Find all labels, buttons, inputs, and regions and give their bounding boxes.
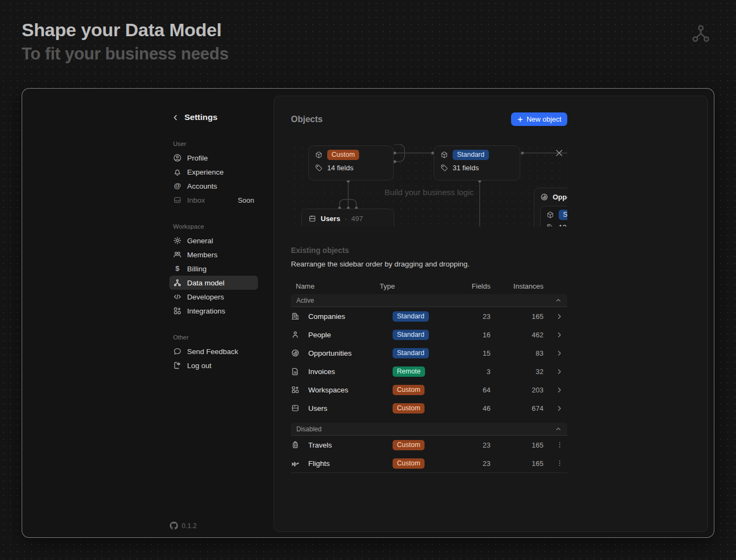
table-row-companies[interactable]: Companies Standard 23 165 — [291, 307, 567, 325]
cube-icon — [440, 151, 448, 159]
fields-count: 31 fields — [453, 164, 479, 172]
canvas-card-custom[interactable]: Custom 14 fields — [308, 145, 394, 181]
settings-back[interactable]: Settings — [169, 112, 258, 122]
sidebar-item-profile[interactable]: Profile — [169, 151, 258, 165]
fields-count: 12 fields — [559, 223, 567, 226]
object-name: Users — [321, 215, 340, 223]
chevron-right-icon[interactable] — [543, 349, 567, 357]
chevron-up-icon[interactable] — [555, 425, 562, 432]
col-instances: Instances — [490, 282, 543, 290]
table-row-opportunities[interactable]: Opportunities Standard 15 83 — [291, 344, 567, 362]
chevron-right-icon[interactable] — [543, 386, 567, 394]
group-header-disabled[interactable]: Disabled — [291, 423, 567, 436]
fields-count: 16 — [466, 331, 490, 339]
tag-icon — [315, 164, 323, 172]
type-badge: Custom — [393, 458, 425, 469]
type-badge: Remote — [393, 366, 425, 377]
app-version[interactable]: 0.1.2 — [170, 522, 197, 530]
object-name: Flights — [308, 459, 393, 468]
sidebar-item-integrations[interactable]: Integrations — [169, 304, 258, 318]
plus-icon — [517, 116, 523, 123]
chevron-right-icon[interactable] — [543, 312, 567, 321]
table-row-invoices[interactable]: Invoices Remote 3 32 — [291, 362, 567, 381]
sidebar-item-data-model[interactable]: Data model — [169, 276, 258, 290]
objects-header: Objects New object — [291, 112, 567, 126]
sidebar-item-members[interactable]: Members — [169, 248, 258, 262]
target-icon — [291, 349, 308, 357]
person-icon — [291, 330, 308, 339]
fields-count: 23 — [466, 459, 490, 468]
code-icon — [173, 292, 182, 301]
col-fields: Fields — [466, 282, 490, 290]
settings-title: Settings — [184, 112, 217, 122]
instances-count: 83 — [490, 349, 543, 357]
new-object-button[interactable]: New object — [511, 112, 567, 126]
table-row-workspaces[interactable]: Workspaces Custom 64 203 — [291, 381, 567, 399]
table-row-travels[interactable]: Travels Custom 23 165 — [291, 436, 567, 454]
object-name: Users — [308, 404, 393, 412]
cube-icon — [546, 211, 554, 219]
objects-table: Name Type Fields Instances Active — [291, 280, 567, 473]
existing-objects-section: Existing objects Rearrange the sidebar o… — [291, 246, 567, 473]
sidebar-item-log-out[interactable]: Log out — [169, 358, 258, 372]
settings-sidebar: Settings User Profile Experience @ Accou… — [169, 112, 258, 372]
sidebar-item-experience[interactable]: Experience — [169, 165, 258, 179]
building-icon — [291, 312, 308, 321]
chevron-right-icon[interactable] — [543, 368, 567, 376]
chevron-right-icon[interactable] — [543, 404, 567, 412]
object-name: Travels — [308, 441, 393, 449]
instances-count: 462 — [490, 331, 543, 339]
sidebar-item-developers[interactable]: Developers — [169, 290, 258, 304]
chevron-up-icon[interactable] — [555, 297, 562, 304]
type-badge: Standard — [393, 330, 429, 340]
dollar-icon: $ — [173, 264, 182, 273]
instances-count: 165 — [490, 459, 543, 468]
target-icon — [540, 193, 548, 201]
page-title: Shape your Data Model — [22, 18, 229, 41]
col-type: Type — [380, 282, 453, 290]
kebab-menu-icon[interactable] — [543, 441, 567, 449]
canvas-card-opportunities[interactable]: Opportunities Standard 12 fields — [534, 188, 567, 226]
sidebar-item-send-feedback[interactable]: Send Feedback — [169, 344, 258, 358]
table-row-users[interactable]: Users Custom 46 674 — [291, 399, 567, 417]
chevron-right-icon[interactable] — [543, 331, 567, 339]
group-header-active[interactable]: Active — [291, 294, 567, 307]
section-label-user: User — [169, 141, 258, 147]
canvas-card-standard[interactable]: Standard 31 fields — [434, 145, 520, 181]
app-root: { "header": { "title": "Shape your Data … — [0, 0, 736, 560]
object-name: Opportunities — [308, 349, 393, 357]
sidebar-item-general[interactable]: General — [169, 234, 258, 248]
chat-bubble-icon — [173, 347, 182, 356]
table-row-flights[interactable]: Flights Custom 23 165 — [291, 454, 567, 472]
user-circle-icon — [173, 154, 182, 162]
grid-plus-icon — [291, 385, 308, 394]
fields-count: 64 — [466, 386, 490, 394]
sidebar-item-billing[interactable]: $ Billing — [169, 262, 258, 276]
file-icon — [291, 367, 308, 376]
object-name: Workspaces — [308, 386, 393, 394]
sidebar-item-accounts[interactable]: @ Accounts — [169, 179, 258, 193]
data-model-canvas[interactable]: Custom 14 fields Standard — [291, 144, 567, 226]
type-badge: Standard — [393, 311, 429, 322]
canvas-card-users[interactable]: Users · 497 — [301, 209, 394, 226]
log-out-icon — [173, 361, 182, 370]
data-model-icon — [690, 23, 712, 44]
fields-count: 23 — [466, 441, 490, 449]
object-name: People — [308, 331, 393, 339]
existing-objects-heading: Existing objects — [291, 246, 567, 255]
kebab-menu-icon[interactable] — [543, 459, 567, 467]
page-subtitle: To fit your business needs — [22, 43, 229, 65]
table-bottom-divider — [291, 472, 567, 473]
grid-plus-icon — [173, 306, 182, 315]
object-name: Companies — [308, 312, 393, 321]
fields-count: 3 — [466, 368, 490, 376]
section-label-other: Other — [169, 334, 258, 341]
inbox-icon — [173, 196, 182, 204]
instances-count: 32 — [490, 368, 543, 376]
table-row-people[interactable]: People Standard 16 462 — [291, 325, 567, 344]
data-model-icon — [173, 278, 182, 287]
col-name: Name — [291, 282, 393, 290]
object-name: Invoices — [308, 368, 393, 376]
tag-icon — [440, 164, 448, 172]
object-name: Opportunities — [553, 193, 567, 201]
